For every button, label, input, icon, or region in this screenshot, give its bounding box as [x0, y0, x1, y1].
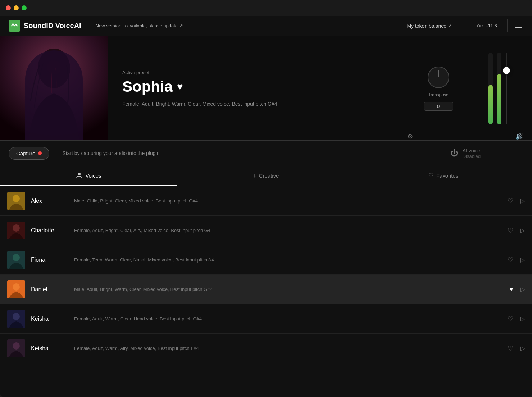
transpose-section: Transpose 0	[424, 67, 453, 111]
tabs-bar: Voices ♪ Creative ♡ Favorites	[0, 166, 532, 186]
logo-icon	[9, 20, 20, 32]
ai-voice-status: Disabled	[463, 154, 481, 159]
preset-tags: Female, Adult, Bright, Warm, Clear, Mixe…	[122, 101, 384, 107]
knob-mark	[438, 70, 439, 77]
transpose-knob[interactable]	[428, 67, 449, 88]
voice-list: Alex Male, Child, Bright, Clear, Mixed v…	[0, 186, 532, 397]
svg-point-4	[13, 195, 20, 202]
voice-actions-keisha1: ♡ ▷	[506, 314, 525, 324]
svg-point-6	[13, 224, 20, 232]
play-icon-keisha2[interactable]: ▷	[520, 345, 525, 352]
logo-text: SoundID VoiceAI	[24, 22, 81, 30]
voice-name-daniel: Daniel	[31, 286, 74, 293]
transpose-label: Transpose	[428, 92, 448, 97]
favorite-icon-daniel[interactable]: ♥	[508, 284, 515, 295]
maximize-button[interactable]	[22, 5, 27, 10]
favorite-icon-keisha1[interactable]: ♡	[506, 314, 515, 324]
minimize-button[interactable]	[14, 5, 19, 10]
favorite-icon-alex[interactable]: ♡	[506, 196, 515, 206]
svg-point-2	[78, 173, 81, 175]
voice-row[interactable]: Fiona Female, Teen, Warm, Clear, Nasal, …	[0, 245, 532, 275]
voice-tags-keisha2: Female, Adult, Warm, Airy, Mixed voice, …	[74, 346, 506, 351]
artist-silhouette	[0, 36, 108, 140]
slider-fill	[506, 70, 507, 124]
capture-controls: Capture Start by capturing your audio in…	[0, 147, 399, 160]
transpose-value[interactable]: 0	[424, 102, 453, 111]
favorite-icon-fiona[interactable]: ♡	[506, 255, 515, 265]
favorite-icon-keisha2[interactable]: ♡	[506, 343, 515, 354]
active-preset-label: Active preset	[122, 70, 384, 75]
update-notice[interactable]: New version is available, please update …	[96, 23, 407, 28]
tab-favorites[interactable]: ♡ Favorites	[355, 166, 532, 186]
play-icon-daniel[interactable]: ▷	[520, 286, 525, 293]
avatar-keisha2	[7, 339, 25, 357]
vu-right-fill	[497, 74, 501, 124]
favorite-heart-icon[interactable]: ♥	[177, 81, 183, 92]
avatar-keisha1	[7, 310, 25, 328]
vu-meter-group	[488, 53, 507, 124]
token-balance[interactable]: My token balance ↗	[407, 23, 452, 29]
voice-name-alex: Alex	[31, 198, 74, 204]
tab-voices-label: Voices	[85, 173, 101, 179]
right-panel-footer: ⊗ 🔊	[399, 132, 532, 140]
voice-name-charlotte: Charlotte	[31, 227, 74, 234]
svg-rect-0	[0, 36, 108, 140]
power-button[interactable]: ⏻	[450, 149, 458, 158]
svg-point-1	[38, 49, 70, 88]
voice-row[interactable]: Keisha Female, Adult, Warm, Airy, Mixed …	[0, 334, 532, 363]
voice-tags-charlotte: Female, Adult, Bright, Clear, Airy, Mixe…	[74, 228, 506, 233]
capture-instruction: Start by capturing your audio into the p…	[62, 150, 390, 156]
preset-name: Sophia ♥	[122, 78, 384, 95]
voice-tags-keisha1: Female, Adult, Warm, Clear, Head voice, …	[74, 316, 506, 321]
header: SoundID VoiceAI New version is available…	[0, 16, 532, 36]
divider2	[507, 19, 508, 32]
voice-row[interactable]: Keisha Female, Adult, Warm, Clear, Head …	[0, 304, 532, 334]
voice-name-keisha2: Keisha	[31, 345, 74, 352]
menu-button[interactable]	[513, 22, 523, 29]
svg-point-14	[13, 342, 20, 350]
voice-name-keisha1: Keisha	[31, 316, 74, 322]
voice-header-area: Active preset Sophia ♥ Female, Adult, Br…	[0, 36, 532, 140]
svg-point-10	[13, 283, 20, 291]
divider	[467, 19, 467, 32]
creative-tab-icon: ♪	[253, 173, 256, 179]
voice-tags-fiona: Female, Teen, Warm, Clear, Nasal, Mixed …	[74, 257, 506, 263]
vu-right	[497, 53, 501, 124]
voice-row-selected[interactable]: Daniel Male, Adult, Bright, Warm, Clear,…	[0, 275, 532, 304]
play-icon-charlotte[interactable]: ▷	[520, 227, 525, 234]
logo: SoundID VoiceAI	[9, 20, 81, 32]
slider-track	[506, 53, 507, 124]
play-icon-keisha1[interactable]: ▷	[520, 315, 525, 322]
ai-voice-info: AI voice Disabled	[463, 148, 481, 159]
tab-creative[interactable]: ♪ Creative	[177, 166, 355, 186]
close-button[interactable]	[6, 5, 11, 10]
traffic-lights	[6, 5, 27, 10]
favorite-icon-charlotte[interactable]: ♡	[506, 225, 515, 236]
capture-dot	[38, 151, 42, 155]
play-icon-fiona[interactable]: ▷	[520, 256, 525, 263]
link-icon[interactable]: ⊗	[408, 132, 413, 140]
avatar-daniel	[7, 280, 25, 298]
tab-creative-label: Creative	[259, 173, 279, 179]
voice-actions-daniel: ♥ ▷	[508, 284, 525, 295]
voice-actions-fiona: ♡ ▷	[506, 255, 525, 265]
right-panel-body: Transpose 0	[399, 45, 532, 132]
voice-row[interactable]: Alex Male, Child, Bright, Clear, Mixed v…	[0, 186, 532, 216]
voice-actions-charlotte: ♡ ▷	[506, 225, 525, 236]
out-value: -11.6	[486, 23, 497, 28]
out-label: Out	[477, 24, 483, 28]
slider-thumb[interactable]	[503, 67, 510, 74]
out-level: Out -11.6	[473, 23, 501, 28]
voice-row[interactable]: Charlotte Female, Adult, Bright, Clear, …	[0, 216, 532, 245]
speaker-icon[interactable]: 🔊	[515, 132, 523, 140]
avatar-fiona	[7, 251, 25, 269]
ai-voice-panel: ⏻ AI voice Disabled	[399, 141, 532, 166]
capture-button[interactable]: Capture	[9, 147, 49, 160]
tab-voices[interactable]: Voices	[0, 166, 177, 186]
app-content: SoundID VoiceAI New version is available…	[0, 16, 532, 397]
vu-left-fill	[488, 85, 493, 124]
play-icon-alex[interactable]: ▷	[520, 197, 525, 204]
preset-info: Active preset Sophia ♥ Female, Adult, Br…	[108, 36, 399, 140]
output-slider[interactable]	[506, 53, 507, 124]
voice-tags-alex: Male, Child, Bright, Clear, Mixed voice,…	[74, 198, 506, 204]
